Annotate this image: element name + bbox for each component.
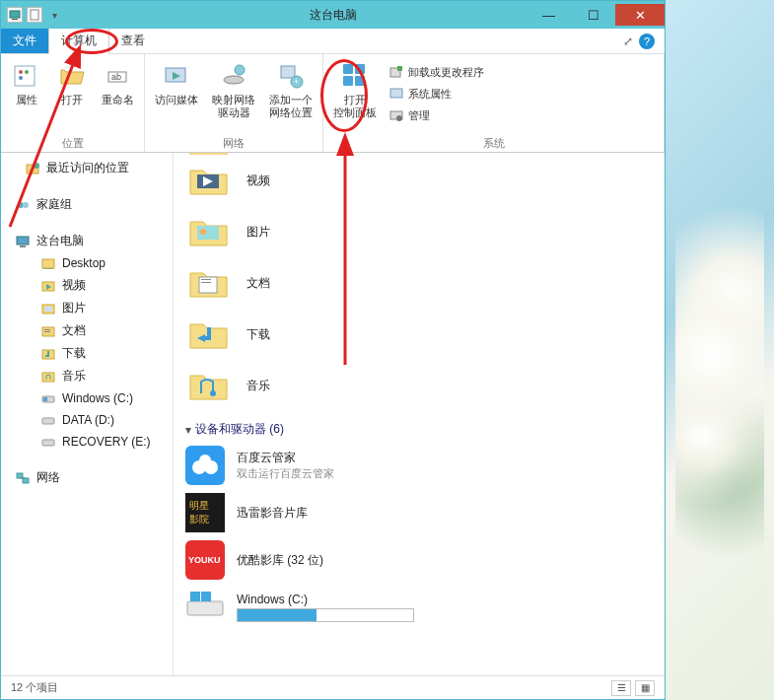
folder-row[interactable]: 视频 (181, 155, 657, 206)
map-drive-button[interactable]: 映射网络 驱动器 (206, 58, 261, 121)
sidebar-item-icon (40, 390, 56, 406)
folder-label: 图片 (246, 224, 270, 241)
svg-rect-3 (15, 66, 35, 86)
details-view-button[interactable]: ☰ (611, 680, 631, 696)
folder-icon (185, 153, 233, 155)
system-props-button[interactable]: 系统属性 (385, 84, 488, 104)
desktop-wallpaper (666, 0, 774, 700)
system-props-icon (388, 86, 404, 102)
manage-button[interactable]: 管理 (385, 105, 488, 125)
properties-label: 属性 (16, 94, 37, 106)
sidebar-item[interactable]: DATA (D:) (1, 409, 173, 431)
sidebar-item-icon (40, 369, 56, 385)
sidebar-item[interactable]: 音乐 (1, 365, 173, 387)
svg-rect-38 (44, 329, 50, 330)
sidebar-item[interactable]: 文档 (1, 319, 173, 342)
rename-button[interactable]: ab 重命名 (96, 58, 140, 108)
control-panel-button[interactable]: 打开 控制面板 (327, 58, 383, 121)
sidebar-recent[interactable]: 最近访问的位置 (1, 157, 173, 179)
status-bar: 12 个项目 ☰ ▦ (1, 675, 665, 699)
close-button[interactable]: ✕ (615, 4, 665, 26)
device-row[interactable]: 明星影院迅雷影音片库 (181, 489, 657, 536)
folder-row[interactable]: 音乐 (181, 360, 657, 411)
minimize-ribbon-icon[interactable]: ⤢ (623, 35, 633, 48)
folder-row[interactable]: 下载 (181, 309, 657, 360)
sidebar-item[interactable]: 视频 (1, 274, 173, 297)
device-row[interactable]: YOUKU优酷影库 (32 位) (181, 536, 657, 584)
sidebar-item-label: 视频 (62, 277, 86, 294)
sidebar-item[interactable]: Windows (C:) (1, 387, 173, 409)
minimize-button[interactable]: — (527, 4, 571, 26)
folder-row[interactable]: 图片 (181, 206, 657, 257)
svg-text:明星: 明星 (189, 500, 209, 511)
device-row[interactable]: Windows (C:) (181, 584, 657, 631)
svg-point-26 (34, 163, 39, 169)
tab-file[interactable]: 文件 (1, 29, 48, 53)
sidebar-item[interactable]: 图片 (1, 297, 173, 319)
folder-row[interactable]: 文档 (181, 257, 657, 309)
add-network-button[interactable]: + 添加一个 网络位置 (263, 58, 318, 121)
svg-rect-41 (42, 373, 54, 382)
system-props-label: 系统属性 (408, 87, 452, 102)
map-drive-icon (218, 60, 249, 92)
qat-dropdown-icon[interactable]: ▾ (46, 7, 62, 23)
sidebar-item[interactable]: 下载 (1, 342, 173, 365)
folder-label: 下载 (246, 326, 270, 343)
svg-rect-0 (10, 11, 20, 18)
svg-rect-67 (187, 601, 223, 615)
access-media-label: 访问媒体 (155, 94, 198, 106)
open-icon (56, 60, 88, 92)
sidebar-homegroup[interactable]: 家庭组 (1, 193, 173, 216)
device-icon (185, 588, 225, 627)
folder-icon (185, 315, 233, 354)
ribbon-tabs: 文件 计算机 查看 ⤢ ? (1, 29, 665, 54)
sidebar-item-label: Windows (C:) (62, 391, 133, 405)
folder-label: 音乐 (246, 378, 270, 394)
svg-rect-2 (31, 10, 38, 20)
tab-computer[interactable]: 计算机 (48, 29, 109, 54)
sidebar-thispc-label: 这台电脑 (36, 233, 84, 249)
rename-icon: ab (103, 60, 134, 92)
item-count: 12 个项目 (11, 680, 58, 695)
group-label-network: 网络 (149, 134, 318, 152)
manage-icon (388, 107, 404, 123)
access-media-button[interactable]: 访问媒体 (149, 58, 204, 108)
pc-icon[interactable] (7, 7, 23, 23)
svg-point-11 (224, 76, 244, 84)
device-row[interactable]: 百度云管家双击运行百度云管家 (181, 442, 657, 489)
sidebar-recent-label: 最近访问的位置 (46, 160, 129, 176)
sidebar-item[interactable]: RECOVERY (E:) (1, 431, 173, 453)
sidebar-item-icon (40, 346, 56, 362)
svg-rect-47 (23, 478, 29, 483)
media-icon (161, 60, 192, 92)
svg-rect-36 (44, 307, 52, 312)
explorer-window: ▾ 这台电脑 — ☐ ✕ 文件 计算机 查看 ⤢ ? 属性 (0, 0, 666, 700)
tab-view[interactable]: 查看 (109, 29, 157, 53)
uninstall-button[interactable]: 卸载或更改程序 (385, 62, 488, 82)
svg-point-28 (23, 202, 29, 208)
icons-view-button[interactable]: ▦ (635, 680, 655, 696)
devices-header[interactable]: ▾ 设备和驱动器 (6) (181, 411, 657, 442)
devices-header-label: 设备和驱动器 (6) (195, 421, 284, 438)
sidebar-item-icon (40, 278, 56, 294)
folder-icon (185, 366, 233, 405)
sidebar-network[interactable]: 网络 (1, 466, 173, 489)
quick-access-toolbar: ▾ (1, 7, 62, 23)
sidebar-item[interactable]: Desktop (1, 252, 173, 274)
new-icon[interactable] (27, 7, 42, 23)
folder-icon (185, 161, 233, 200)
sidebar-item-icon (40, 412, 56, 428)
help-icon[interactable]: ? (639, 34, 655, 49)
group-label-system: 系统 (327, 134, 660, 152)
device-subtitle: 双击运行百度云管家 (237, 466, 334, 481)
svg-point-61 (199, 455, 211, 466)
uninstall-icon (388, 64, 404, 80)
maximize-button[interactable]: ☐ (571, 4, 615, 26)
open-button[interactable]: 打开 (50, 58, 94, 108)
sidebar-thispc[interactable]: 这台电脑 (1, 230, 173, 252)
properties-button[interactable]: 属性 (5, 58, 48, 108)
svg-rect-68 (190, 592, 200, 601)
chevron-down-icon: ▾ (185, 423, 191, 437)
sidebar-item-label: 音乐 (62, 368, 86, 385)
map-drive-label: 映射网络 驱动器 (212, 94, 255, 119)
